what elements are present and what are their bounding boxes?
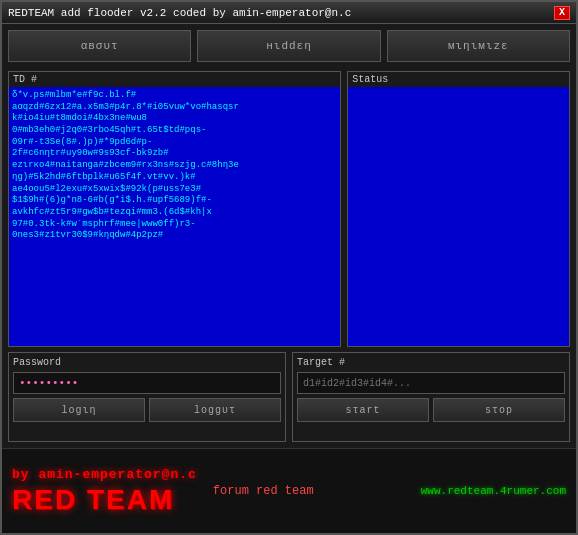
title-bar: REDTEAM add flooder v2.2 coded by amin-e… <box>2 2 576 24</box>
minimize-button[interactable]: мιηιмιzε <box>387 30 570 62</box>
status-label: Status <box>348 72 569 87</box>
password-label: Password <box>13 357 281 368</box>
main-content: αвσυτ нιddεη мιηιмιzε TD # δ*v.ps#mlbm*e… <box>2 24 576 448</box>
about-button[interactable]: αвσυτ <box>8 30 191 62</box>
logout-button[interactable]: lοggυτ <box>149 398 281 422</box>
footer-left: by amin-emperator@n.c RED TEAM <box>12 467 197 516</box>
forum-text: forum red team <box>213 484 314 498</box>
footer: by amin-emperator@n.c RED TEAM forum red… <box>2 448 576 533</box>
status-panel: Status <box>347 71 570 347</box>
start-button[interactable]: sτart <box>297 398 429 422</box>
password-panel: Password lοgιη lοggυτ <box>8 352 286 442</box>
td-panel: TD # δ*v.ps#mlbm*e#f9c.bl.f# aαqzd#6zx12… <box>8 71 341 347</box>
stop-button[interactable]: sτop <box>433 398 565 422</box>
website-text: www.redteam.4rumer.com <box>421 485 566 497</box>
control-buttons: sτart sτop <box>297 398 565 422</box>
td-label: TD # <box>9 72 340 87</box>
hidden-button[interactable]: нιddεη <box>197 30 380 62</box>
target-panel: Target # sτart sτop <box>292 352 570 442</box>
app-window: REDTEAM add flooder v2.2 coded by amin-e… <box>0 0 578 535</box>
td-textarea[interactable]: δ*v.ps#mlbm*e#f9c.bl.f# aαqzd#6zx12#a.x5… <box>9 87 340 346</box>
target-label: Target # <box>297 357 565 368</box>
login-button[interactable]: lοgιη <box>13 398 145 422</box>
auth-buttons: lοgιη lοggυτ <box>13 398 281 422</box>
status-textarea[interactable] <box>348 87 569 346</box>
title-text: REDTEAM add flooder v2.2 coded by amin-e… <box>8 7 351 19</box>
bottom-section: Password lοgιη lοggυτ Target # sτart sτo… <box>8 352 570 442</box>
middle-section: TD # δ*v.ps#mlbm*e#f9c.bl.f# aαqzd#6zx12… <box>8 71 570 347</box>
target-input[interactable] <box>297 372 565 394</box>
red-team-text: RED TEAM <box>12 484 197 516</box>
by-text: by amin-emperator@n.c <box>12 467 197 482</box>
close-button[interactable]: X <box>554 6 570 20</box>
password-input[interactable] <box>13 372 281 394</box>
top-buttons: αвσυτ нιddεη мιηιмιzε <box>8 30 570 62</box>
